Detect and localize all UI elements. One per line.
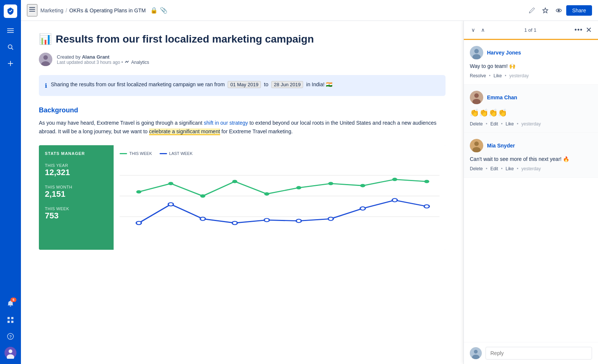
comment-actions-2: Delete • Edit • Like • yesterday — [470, 121, 592, 127]
stat-this-year: THIS YEAR 12,321 — [45, 163, 108, 177]
breadcrumb-separator: / — [65, 7, 67, 13]
legend-line-this-week — [120, 153, 127, 154]
lock-icon: 🔒 — [150, 7, 158, 14]
svg-rect-6 — [8, 63, 13, 64]
svg-point-40 — [200, 217, 206, 221]
comment-time-3: yesterday — [521, 166, 541, 171]
stats-title: STATS MANAGER — [45, 151, 108, 156]
star-button[interactable] — [539, 4, 551, 16]
comment-count: 1 of 1 — [489, 27, 571, 33]
author-name-text: Alana Grant — [82, 54, 110, 60]
svg-line-4 — [12, 48, 13, 50]
svg-point-55 — [474, 141, 479, 146]
like-button-1[interactable]: Like — [494, 73, 502, 78]
legend-this-week: THIS WEEK — [120, 151, 152, 156]
info-box-text: Sharing the results from our first local… — [51, 80, 332, 91]
like-button-2[interactable]: Like — [506, 121, 514, 127]
svg-rect-8 — [11, 317, 13, 319]
sidebar-toggle-button[interactable] — [27, 4, 37, 16]
breadcrumb-current: OKRs & Operating Plans in GTM — [69, 7, 146, 13]
svg-rect-16 — [29, 7, 35, 8]
comment-close-button[interactable]: ✕ — [586, 25, 592, 34]
edit-button-2[interactable]: Edit — [490, 121, 498, 127]
author-info: Created by Alana Grant Last updated abou… — [57, 54, 149, 65]
svg-point-47 — [424, 205, 429, 208]
menu-icon[interactable] — [4, 24, 17, 37]
svg-point-42 — [264, 218, 269, 222]
comment-avatar-2 — [470, 91, 483, 104]
svg-point-44 — [328, 217, 333, 221]
svg-point-30 — [200, 195, 206, 198]
svg-point-33 — [296, 186, 302, 190]
comment-body-2: 👏👏👏👏 — [470, 107, 592, 118]
svg-point-45 — [360, 207, 366, 210]
comment-thread-1: Harvey Jones Way to go team! 🙌 Resolve •… — [464, 40, 598, 85]
notification-badge: 5 — [10, 298, 16, 302]
attachment-icon: 📎 — [160, 7, 167, 14]
comment-body-3: Can't wait to see more of this next year… — [470, 155, 592, 163]
svg-text:?: ? — [9, 335, 12, 339]
sidebar: 5 ? — [0, 0, 21, 364]
svg-point-14 — [9, 349, 12, 353]
edit-button-3[interactable]: Edit — [490, 166, 498, 171]
svg-point-32 — [264, 192, 269, 196]
comment-more-button[interactable]: ••• — [574, 26, 583, 34]
svg-point-31 — [232, 180, 237, 183]
comment-header-1: Harvey Jones — [470, 46, 592, 59]
svg-point-46 — [392, 199, 397, 202]
line-chart — [120, 159, 440, 233]
svg-point-3 — [8, 45, 12, 49]
content-area: 📊 Results from our first localized marke… — [21, 21, 598, 364]
delete-button-2[interactable]: Delete — [470, 121, 483, 127]
svg-marker-19 — [543, 8, 548, 13]
svg-point-36 — [392, 178, 397, 181]
svg-rect-2 — [7, 32, 14, 33]
user-avatar[interactable] — [4, 346, 17, 360]
comment-header-3: Mia Snyder — [470, 139, 592, 152]
search-icon[interactable] — [4, 40, 17, 54]
edit-button[interactable] — [526, 4, 538, 16]
stats-area: STATS MANAGER THIS YEAR 12,321 THIS MONT… — [39, 145, 446, 250]
breadcrumb-parent[interactable]: Marketing — [40, 7, 63, 13]
resolve-button-1[interactable]: Resolve — [470, 73, 486, 78]
comments-list: Harvey Jones Way to go team! 🙌 Resolve •… — [464, 40, 598, 342]
stat-this-week: THIS WEEK 753 — [45, 206, 108, 221]
comment-panel-header: ∨ ∧ 1 of 1 ••• ✕ — [464, 21, 598, 40]
stat-this-month: THIS MONTH 2,151 — [45, 185, 108, 199]
delete-button-3[interactable]: Delete — [470, 166, 483, 171]
page-title: 📊 Results from our first localized marke… — [39, 33, 446, 45]
comment-user-1: Harvey Jones — [487, 50, 521, 56]
reply-avatar — [470, 347, 482, 359]
svg-rect-1 — [7, 30, 14, 31]
comment-avatar-3 — [470, 139, 483, 152]
topbar: Marketing / OKRs & Operating Plans in GT… — [21, 0, 598, 21]
svg-point-58 — [474, 350, 478, 354]
author-name: Created by Alana Grant — [57, 54, 149, 60]
analytics-link[interactable]: Analytics — [131, 60, 149, 65]
like-button-3[interactable]: Like — [506, 166, 514, 171]
logo[interactable] — [4, 4, 17, 18]
svg-point-43 — [296, 219, 302, 223]
comment-nav-up[interactable]: ∧ — [480, 26, 486, 34]
last-updated: Last updated about 3 hours ago • — [57, 60, 123, 65]
apps-icon[interactable] — [4, 313, 17, 327]
reply-input[interactable] — [486, 347, 592, 360]
strategy-link[interactable]: shift in our strategy — [204, 120, 248, 126]
notifications-icon[interactable]: 5 — [4, 297, 17, 310]
svg-point-39 — [168, 203, 173, 206]
comment-nav-down[interactable]: ∨ — [470, 26, 477, 34]
svg-rect-17 — [29, 9, 35, 10]
svg-point-29 — [168, 182, 173, 185]
svg-rect-18 — [29, 11, 35, 12]
comment-time-2: yesterday — [521, 121, 541, 127]
help-icon[interactable]: ? — [4, 330, 17, 343]
share-button[interactable]: Share — [566, 5, 592, 16]
topbar-actions: Share — [526, 4, 592, 16]
create-icon[interactable] — [4, 57, 17, 70]
comment-actions-3: Delete • Edit • Like • yesterday — [470, 166, 592, 171]
comment-header-2: Emma Chan — [470, 91, 592, 104]
stats-right: THIS WEEK LAST WEEK — [114, 145, 446, 250]
comment-body-1: Way to go team! 🙌 — [470, 62, 592, 70]
svg-rect-10 — [11, 321, 13, 323]
watch-button[interactable] — [553, 4, 565, 16]
